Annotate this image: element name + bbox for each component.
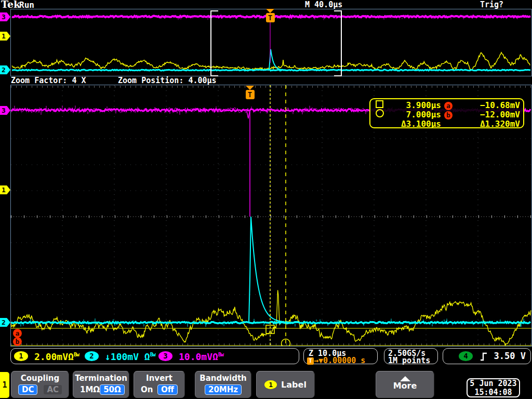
termination-title: Termination — [73, 374, 129, 383]
ch3-badge[interactable]: 3 — [158, 351, 172, 361]
ch1-marker-overview[interactable]: 1 — [0, 32, 10, 41]
cursor-a-value: −10.68mV — [460, 100, 520, 110]
ch1-scale-readout[interactable]: 2.00mVΩBw — [34, 351, 79, 362]
invert-title: Invert — [134, 374, 184, 383]
trigger-position-flag-zoom[interactable]: T — [245, 86, 255, 99]
trigger-t-icon: T — [307, 357, 314, 365]
zoom-position-label: Zoom Position: 4.00µs — [118, 76, 217, 85]
invert-menu-button[interactable]: Invert On Off — [134, 371, 185, 398]
trigger-readout-box[interactable]: 4 3.50 V — [443, 348, 531, 364]
datetime-box: 5 Jun 2023 15:04:08 — [467, 378, 520, 397]
acquisition-readout-box: 2.50GS/s 1M points — [384, 348, 438, 364]
invert-on-option[interactable]: On — [141, 385, 153, 394]
termination-50ohm-option[interactable]: 50Ω — [100, 384, 125, 395]
time-readout: 15:04:08 — [468, 388, 519, 397]
zoom-factor-label: Zoom Factor: 4 X — [11, 76, 86, 85]
ch3-bandwidth-limit-icon: Bw — [218, 352, 223, 357]
cursor-delta-value: Δ1.320mV — [460, 119, 520, 129]
ch1-bandwidth-limit-icon: Bw — [74, 352, 79, 357]
cursor-a-badge: a — [444, 102, 453, 110]
coupling-title: Coupling — [11, 374, 69, 383]
ch3-marker-zoom[interactable]: 3 — [0, 106, 10, 115]
trigger-arrow-icon — [266, 9, 274, 13]
bandwidth-value[interactable]: 20MHz — [205, 384, 242, 395]
label-menu-button[interactable]: 1 Label — [256, 371, 315, 398]
ch4-badge: 4 — [459, 351, 473, 361]
label-button-text: Label — [281, 380, 307, 390]
cursor-a-square-icon — [376, 100, 391, 110]
ch2-bandwidth-limit-icon: Bw — [150, 352, 155, 357]
coupling-menu-button[interactable]: Coupling DC AC — [11, 371, 69, 398]
ch1-marker-zoom[interactable]: 1 — [0, 185, 10, 194]
trigger-arrow-icon — [246, 86, 254, 90]
coupling-dc-option[interactable]: DC — [18, 384, 37, 395]
trigger-t-icon: T — [246, 90, 255, 99]
trigger-position-flag-overview[interactable]: T — [265, 9, 275, 22]
main-timebase-readout: M 40.0µs — [305, 0, 342, 9]
ch2-marker-overview[interactable]: 2 — [0, 65, 10, 74]
cursor-readout-panel: 3.900µs a −10.68mV 7.000µs b −12.00mV Δ3… — [369, 98, 524, 128]
ch2-marker-zoom[interactable]: 2 — [0, 318, 10, 327]
cursor-b-value: −12.00mV — [460, 110, 520, 119]
more-button-text: More — [376, 381, 434, 391]
trigger-level-readout: 3.50 V — [494, 351, 526, 361]
bandwidth-menu-button[interactable]: Bandwidth 20MHz — [195, 371, 251, 398]
bandwidth-title: Bandwidth — [195, 374, 251, 383]
more-menu-button[interactable]: More — [376, 371, 434, 398]
ch2-scale-readout[interactable]: ↓100mV ΩBw — [105, 351, 155, 362]
channel-readout-bar: 1 2.00mVΩBw 2 ↓100mV ΩBw 3 10.0mVΩBw — [10, 348, 299, 364]
zoom-window-bracket-left[interactable] — [210, 10, 218, 76]
label-ch1-badge: 1 — [264, 380, 277, 389]
trigger-t-icon: T — [266, 13, 275, 22]
termination-menu-button[interactable]: Termination 1MΩ 50Ω — [73, 371, 129, 398]
invert-off-option[interactable]: Off — [157, 384, 178, 395]
trigger-position-readout: T→▼0.00000 s — [307, 356, 365, 365]
date-readout: 5 Jun 2023 — [468, 379, 519, 388]
record-length-readout: 1M points — [388, 356, 430, 365]
horizontal-readout-box[interactable]: Z 10.0µs T→▼0.00000 s — [303, 348, 378, 364]
oscilloscope-screen: Tek Run M 40.0µs Trig? T 3 1 2 Zoom Fact… — [0, 0, 532, 399]
trigger-status: Trig? — [480, 0, 503, 9]
cursor-delta-time: Δ3.100µs — [391, 119, 441, 129]
cursor-b-time: 7.000µs — [391, 110, 441, 119]
termination-1mohm-option[interactable]: 1MΩ — [80, 385, 100, 394]
ch1-badge[interactable]: 1 — [14, 351, 28, 361]
ch3-scale-readout[interactable]: 10.0mVΩBw — [179, 351, 223, 362]
ch3-marker-overview[interactable]: 3 — [0, 12, 10, 21]
rising-edge-slope-icon — [480, 352, 488, 361]
menu-channel-tab: 1 — [0, 372, 9, 398]
cursor-a-time: 3.900µs — [391, 100, 441, 110]
cursor-b-level-badge[interactable]: b — [13, 337, 22, 346]
cursor-b-circle-icon — [376, 109, 391, 119]
coupling-ac-option[interactable]: AC — [44, 385, 62, 394]
zoom-window-bracket-right[interactable] — [334, 10, 342, 76]
cursor-a-level-badge[interactable]: a — [13, 329, 22, 338]
cursor-b-badge: b — [444, 111, 453, 119]
ch2-badge[interactable]: 2 — [85, 351, 99, 361]
